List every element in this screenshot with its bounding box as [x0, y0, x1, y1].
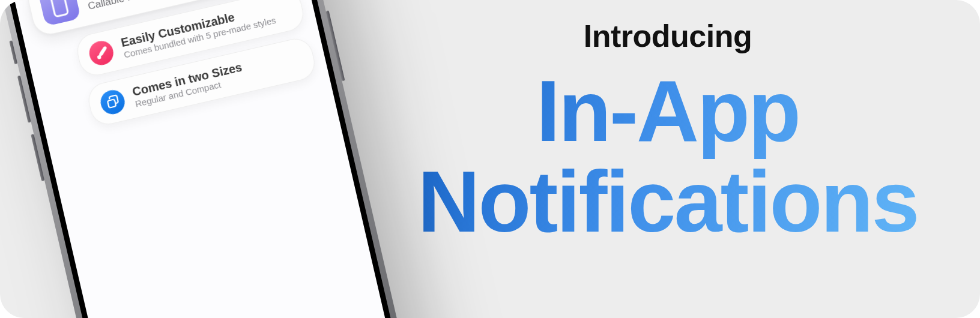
title-line-2: Notifications [417, 154, 918, 250]
phone-frame: 16:08 [0, 0, 434, 318]
paintbrush-icon [87, 38, 116, 67]
svg-rect-6 [107, 99, 116, 107]
phone-mute-switch [9, 40, 17, 64]
svg-rect-3 [50, 0, 68, 17]
headline-block: Introducing In-App Notifications [404, 18, 932, 247]
phone-bezel: 16:08 [0, 0, 427, 318]
notification-stack: In-App Notifications Callable from anywh… [25, 0, 316, 136]
title-line-1: In-App [536, 63, 799, 160]
title-text: In-App Notifications [404, 66, 932, 247]
promo-banner: Introducing In-App Notifications 16:08 [0, 0, 980, 318]
intro-text: Introducing [404, 18, 932, 54]
phone-mockup: 16:08 [0, 0, 434, 318]
notification-sizes-text: Comes in two Sizes Regular and Compact [131, 61, 246, 109]
stack-icon [98, 88, 127, 116]
phone-screen: 16:08 [0, 0, 420, 318]
phone-app-icon [38, 0, 81, 26]
